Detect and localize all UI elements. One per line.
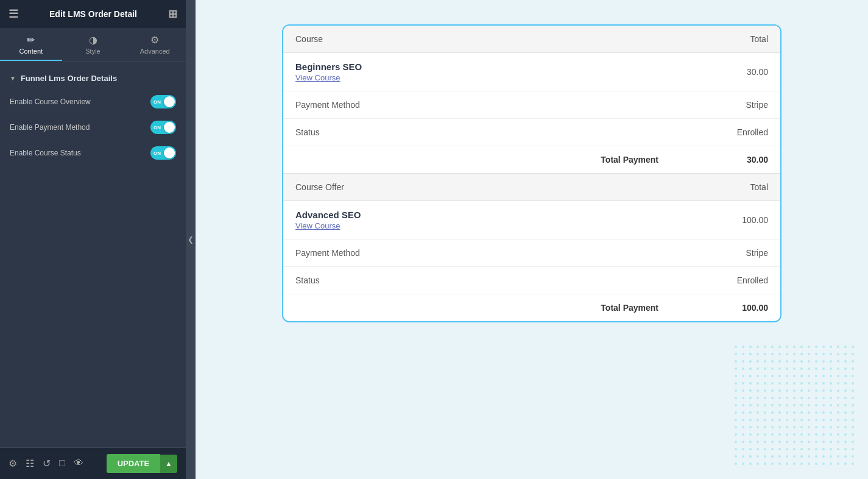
collapse-handle[interactable]: ❮: [186, 0, 196, 479]
update-arrow-button[interactable]: ▲: [160, 455, 177, 473]
order2-col2-label: Total: [671, 182, 768, 192]
layers-icon[interactable]: ☷: [26, 458, 34, 469]
gear-icon: ⚙: [150, 34, 159, 46]
collapse-arrow-icon: ❮: [188, 235, 194, 244]
order2-payment-row: Payment Method Stripe: [283, 240, 780, 267]
tab-advanced-label: Advanced: [140, 48, 170, 55]
order1-status-label: Status: [295, 127, 671, 137]
toggle-label-course-status: Enable Course Status: [10, 149, 81, 157]
toggle-row-course-status: Enable Course Status ON: [0, 140, 186, 166]
section-funnel-lms[interactable]: ▼ Funnel Lms Order Details: [0, 68, 186, 89]
order1-course-name: Beginners SEO: [295, 62, 362, 72]
comment-icon[interactable]: □: [59, 458, 65, 469]
toggle-track-course-overview[interactable]: ON: [150, 95, 176, 108]
order1-course-row: Beginners SEO View Course 30.00: [283, 53, 780, 91]
order1-view-course-link[interactable]: View Course: [295, 73, 671, 82]
order2-total-row: Total Payment 100.00: [283, 294, 780, 321]
toggle-switch-payment-method[interactable]: ON: [150, 121, 176, 134]
order-card: Course Total Beginners SEO View Course 3…: [282, 24, 782, 322]
toggle-on-text-course-status: ON: [153, 151, 161, 156]
settings-icon[interactable]: ⚙: [9, 458, 17, 469]
order2-course-row: Advanced SEO View Course 100.00: [283, 201, 780, 240]
order2-status-value: Enrolled: [671, 275, 768, 285]
sidebar-content: ▼ Funnel Lms Order Details Enable Course…: [0, 62, 186, 447]
order1-status-value: Enrolled: [671, 127, 768, 137]
undo-icon[interactable]: ↺: [43, 458, 51, 469]
tab-advanced[interactable]: ⚙ Advanced: [124, 28, 186, 61]
order2-status-label: Status: [295, 275, 671, 285]
order2-course-name: Advanced SEO: [295, 210, 361, 220]
order1-status-row: Status Enrolled: [283, 119, 780, 146]
order2-section-header: Course Offer Total: [283, 174, 780, 201]
eye-icon[interactable]: 👁: [74, 458, 83, 469]
tab-content-label: Content: [19, 48, 43, 55]
order1-payment-row: Payment Method Stripe: [283, 91, 780, 119]
toggle-thumb-course-status: [164, 147, 175, 158]
toggle-on-text-payment-method: ON: [153, 125, 161, 130]
update-btn-group: UPDATE ▲: [107, 454, 177, 473]
toggle-row-payment-method: Enable Payment Method ON: [0, 115, 186, 140]
toggle-track-payment-method[interactable]: ON: [150, 121, 176, 134]
order2-total-payment-value: 100.00: [671, 303, 768, 313]
section-label: Funnel Lms Order Details: [21, 74, 117, 83]
order1-payment-label: Payment Method: [295, 100, 671, 110]
dot-pattern-decoration: [734, 345, 856, 467]
order1-total-row: Total Payment 30.00: [283, 146, 780, 174]
order1-section-header: Course Total: [283, 26, 780, 53]
footer-icons: ⚙ ☷ ↺ □ 👁: [9, 458, 83, 469]
grid-icon[interactable]: ⊞: [168, 7, 177, 21]
svg-rect-1: [734, 345, 856, 467]
update-button[interactable]: UPDATE: [107, 454, 160, 473]
order1-col1-label: Course: [295, 34, 671, 44]
order2-status-row: Status Enrolled: [283, 267, 780, 294]
order2-view-course-link[interactable]: View Course: [295, 221, 671, 230]
toggle-label-payment-method: Enable Payment Method: [10, 123, 90, 132]
order1-course-total: 30.00: [671, 67, 768, 77]
chevron-down-icon: ▼: [10, 75, 16, 82]
main-content: Course Total Beginners SEO View Course 3…: [196, 0, 868, 479]
toggle-switch-course-overview[interactable]: ON: [150, 95, 176, 108]
pencil-icon: ✏: [27, 34, 35, 46]
sidebar-tabs: ✏ Content ◑ Style ⚙ Advanced: [0, 28, 186, 62]
sidebar-header: ☰ Edit LMS Order Detail ⊞: [0, 0, 186, 28]
toggle-row-course-overview: Enable Course Overview ON: [0, 89, 186, 115]
order2-course-cell: Advanced SEO View Course: [295, 210, 671, 230]
order1-col2-label: Total: [671, 34, 768, 44]
toggle-thumb-course-overview: [164, 96, 175, 107]
sidebar-footer: ⚙ ☷ ↺ □ 👁 UPDATE ▲: [0, 447, 186, 479]
order1-total-payment-value: 30.00: [671, 155, 768, 165]
order2-total-payment-label: Total Payment: [295, 303, 671, 313]
order2-payment-label: Payment Method: [295, 248, 671, 258]
toggle-track-course-status[interactable]: ON: [150, 146, 176, 160]
order2-course-total: 100.00: [671, 215, 768, 225]
toggle-switch-course-status[interactable]: ON: [150, 146, 176, 160]
tab-style[interactable]: ◑ Style: [62, 28, 124, 61]
toggle-on-text-course-overview: ON: [153, 99, 161, 105]
order2-payment-value: Stripe: [671, 248, 768, 258]
order1-course-cell: Beginners SEO View Course: [295, 62, 671, 82]
toggle-thumb-payment-method: [164, 122, 175, 133]
circle-half-icon: ◑: [89, 34, 97, 46]
toggle-label-course-overview: Enable Course Overview: [10, 98, 91, 106]
sidebar-title: Edit LMS Order Detail: [49, 9, 137, 19]
hamburger-icon[interactable]: ☰: [9, 7, 18, 21]
tab-content[interactable]: ✏ Content: [0, 28, 62, 61]
tab-style-label: Style: [85, 48, 100, 55]
order1-payment-value: Stripe: [671, 100, 768, 110]
sidebar: ☰ Edit LMS Order Detail ⊞ ✏ Content ◑ St…: [0, 0, 186, 479]
order2-col1-label: Course Offer: [295, 182, 671, 192]
order1-total-payment-label: Total Payment: [295, 155, 671, 165]
